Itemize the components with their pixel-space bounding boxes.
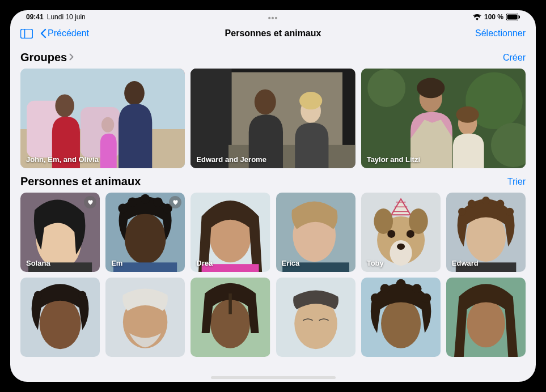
- heart-icon: [172, 199, 179, 205]
- content-scroll[interactable]: Groupes Créer: [10, 45, 536, 382]
- svg-point-65: [34, 291, 42, 299]
- svg-point-53: [407, 230, 414, 238]
- svg-point-60: [496, 200, 504, 208]
- screen: 09:41 Lundi 10 juin ••• 100 %: [10, 10, 536, 382]
- svg-point-80: [421, 293, 431, 303]
- person-label: Edward: [452, 259, 479, 267]
- people-header: Personnes et animaux Trier: [20, 175, 526, 188]
- svg-point-35: [153, 197, 163, 207]
- group-image: [361, 69, 526, 168]
- people-title-label: Personnes et animaux: [20, 175, 141, 188]
- select-button[interactable]: Sélectionner: [475, 28, 526, 39]
- status-bar: 09:41 Lundi 10 juin ••• 100 %: [10, 10, 536, 22]
- svg-point-79: [412, 284, 421, 293]
- groups-header: Groupes Créer: [20, 51, 526, 64]
- person-image: [361, 278, 441, 357]
- person-label: Solana: [26, 259, 50, 267]
- back-label: Précédent: [48, 28, 89, 39]
- svg-point-57: [458, 208, 466, 216]
- svg-point-75: [381, 299, 421, 348]
- svg-rect-2: [519, 16, 520, 19]
- svg-point-9: [55, 95, 74, 117]
- svg-point-78: [396, 279, 405, 289]
- chevron-left-icon: [40, 28, 46, 39]
- people-title: Personnes et animaux: [20, 175, 141, 188]
- person-card[interactable]: Em: [105, 193, 185, 272]
- svg-point-20: [367, 69, 405, 107]
- person-image: [446, 278, 526, 357]
- person-image: [105, 278, 185, 357]
- status-left: 09:41 Lundi 10 juin: [26, 13, 86, 21]
- svg-point-31: [125, 213, 166, 264]
- person-card[interactable]: [276, 278, 355, 357]
- svg-point-64: [40, 299, 81, 350]
- svg-point-76: [370, 293, 380, 303]
- person-label: Toby: [367, 259, 384, 267]
- person-label: Erica: [282, 259, 300, 267]
- group-image: [20, 69, 185, 168]
- group-card[interactable]: Taylor and Litzi: [361, 69, 526, 168]
- svg-point-24: [417, 78, 445, 99]
- favorite-badge: [84, 196, 96, 208]
- svg-rect-37: [113, 262, 177, 272]
- svg-point-52: [387, 230, 395, 238]
- group-card[interactable]: John, Em, and Olivia: [20, 69, 185, 168]
- svg-point-32: [118, 204, 128, 214]
- svg-point-34: [141, 194, 150, 204]
- svg-point-61: [506, 208, 514, 216]
- status-time: 09:41: [26, 13, 44, 21]
- person-card[interactable]: Toby: [361, 193, 441, 272]
- svg-point-33: [128, 197, 137, 207]
- svg-point-59: [482, 197, 490, 204]
- svg-point-11: [101, 117, 114, 133]
- svg-point-50: [374, 208, 393, 234]
- svg-point-18: [299, 92, 322, 109]
- status-battery-text: 100 %: [484, 13, 503, 21]
- group-label: John, Em, and Olivia: [26, 155, 99, 164]
- group-card[interactable]: Edward and Jerome: [191, 69, 355, 168]
- status-right: 100 %: [473, 13, 520, 21]
- person-image: [20, 278, 100, 357]
- svg-point-10: [124, 81, 145, 105]
- svg-point-16: [255, 90, 276, 115]
- svg-point-58: [468, 200, 476, 208]
- battery-icon: [506, 14, 520, 20]
- svg-point-66: [78, 291, 86, 299]
- svg-rect-1: [507, 15, 518, 20]
- svg-point-26: [456, 106, 479, 123]
- person-image: [191, 278, 270, 357]
- person-card[interactable]: Edward: [446, 193, 526, 272]
- nav-bar: Précédent Personnes et animaux Sélection…: [10, 22, 536, 45]
- group-image: [191, 69, 355, 168]
- back-button[interactable]: Précédent: [40, 28, 89, 39]
- person-image: [276, 278, 355, 357]
- person-card[interactable]: Solana: [20, 193, 100, 272]
- person-card[interactable]: Erica: [276, 193, 355, 272]
- svg-rect-71: [229, 293, 232, 314]
- groups-row: John, Em, and Olivia Edward and J: [20, 69, 526, 168]
- person-card[interactable]: [446, 278, 526, 357]
- svg-rect-14: [191, 69, 232, 168]
- svg-point-77: [380, 284, 390, 293]
- sort-button[interactable]: Trier: [507, 177, 526, 187]
- svg-point-54: [397, 244, 405, 250]
- people-grid: Solana Em: [20, 193, 526, 357]
- svg-rect-3: [21, 29, 33, 38]
- svg-point-51: [409, 208, 428, 234]
- person-card[interactable]: [20, 278, 100, 357]
- person-card[interactable]: Drea: [191, 193, 270, 272]
- create-group-button[interactable]: Créer: [503, 53, 526, 63]
- groups-title-button[interactable]: Groupes: [20, 51, 74, 64]
- wifi-icon: [473, 14, 481, 20]
- groups-title-label: Groupes: [20, 51, 67, 64]
- svg-point-82: [467, 300, 505, 347]
- person-card[interactable]: [361, 278, 441, 357]
- status-date: Lundi 10 juin: [47, 13, 86, 21]
- page-title: Personnes et animaux: [225, 28, 321, 39]
- person-label: Em: [111, 259, 122, 267]
- sidebar-toggle-icon[interactable]: [20, 29, 33, 39]
- group-label: Taylor and Litzi: [367, 155, 420, 164]
- person-card[interactable]: [105, 278, 185, 357]
- person-card[interactable]: [191, 278, 270, 357]
- home-indicator[interactable]: [211, 376, 336, 379]
